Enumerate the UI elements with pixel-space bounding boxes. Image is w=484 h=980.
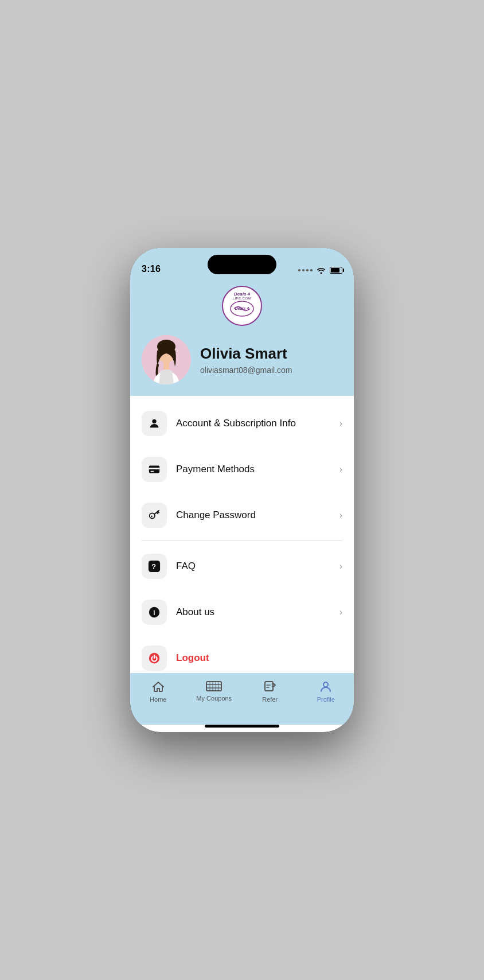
- password-chevron: ›: [339, 510, 342, 520]
- key-icon: [148, 509, 161, 522]
- logout-icon-wrap: [142, 645, 167, 671]
- bottom-nav: Home My Coupons: [130, 673, 354, 725]
- svg-rect-26: [218, 682, 219, 691]
- card-icon: [148, 463, 161, 476]
- svg-rect-25: [215, 682, 216, 691]
- profile-info: Olivia Smart oliviasmart08@gmail.com: [200, 345, 342, 374]
- account-label: Account & Subscription Info: [176, 418, 330, 429]
- svg-rect-20: [206, 682, 221, 691]
- password-label: Change Password: [176, 510, 330, 521]
- faq-chevron: ›: [339, 561, 342, 571]
- info-icon: i: [148, 606, 161, 619]
- svg-text:Deals 4: Deals 4: [235, 306, 249, 310]
- main-content: Account & Subscription Info › Payment Me…: [130, 396, 354, 673]
- phone-frame: 3:16: [130, 248, 354, 732]
- svg-point-6: [152, 419, 156, 423]
- app-logo: Deals 4 LIFE.COM Deals 4: [222, 286, 262, 326]
- signal-dots: [298, 269, 313, 271]
- logout-label: Logout: [176, 652, 342, 664]
- nav-home-label: Home: [150, 696, 166, 703]
- nav-item-home[interactable]: Home: [130, 680, 186, 703]
- refer-icon: [263, 680, 277, 694]
- person-icon: [148, 417, 161, 430]
- faq-label: FAQ: [176, 561, 330, 572]
- nav-item-refer[interactable]: Refer: [242, 680, 298, 703]
- account-chevron: ›: [339, 418, 342, 429]
- svg-rect-8: [149, 468, 159, 469]
- payment-label: Payment Methods: [176, 464, 330, 475]
- wifi-icon: [316, 266, 326, 274]
- menu-item-password[interactable]: Change Password ›: [142, 492, 342, 538]
- coupon-icon: [206, 680, 222, 693]
- menu-item-logout[interactable]: Logout: [142, 635, 342, 673]
- avatar-svg: [142, 335, 191, 384]
- faq-icon-wrap: ?: [142, 554, 167, 579]
- home-indicator: [205, 725, 279, 728]
- menu-divider: [142, 540, 342, 541]
- menu-item-about[interactable]: i About us ›: [142, 589, 342, 635]
- menu-section-2: ? FAQ › i About us ›: [130, 543, 354, 673]
- status-icons: [298, 266, 342, 274]
- password-icon-wrap: [142, 503, 167, 528]
- profile-email: oliviasmart08@gmail.com: [200, 365, 342, 375]
- svg-line-12: [158, 512, 159, 513]
- menu-item-faq[interactable]: ? FAQ ›: [142, 543, 342, 589]
- about-icon-wrap: i: [142, 600, 167, 625]
- svg-point-14: [151, 515, 153, 517]
- about-chevron: ›: [339, 607, 342, 617]
- profile-row: Olivia Smart oliviasmart08@gmail.com: [142, 335, 342, 384]
- profile-name: Olivia Smart: [200, 345, 342, 363]
- home-icon: [151, 680, 165, 694]
- svg-point-30: [323, 682, 328, 687]
- svg-text:?: ?: [151, 562, 156, 571]
- header-section: Deals 4 LIFE.COM Deals 4: [130, 279, 354, 396]
- about-label: About us: [176, 606, 330, 618]
- svg-line-13: [157, 512, 158, 514]
- avatar: [142, 335, 191, 384]
- nav-coupons-label: My Coupons: [196, 695, 232, 702]
- svg-text:i: i: [153, 609, 155, 617]
- logo-svg: Deals 4: [229, 300, 255, 317]
- payment-chevron: ›: [339, 464, 342, 475]
- logo-line1: Deals 4: [234, 291, 250, 297]
- power-icon: [148, 652, 161, 664]
- logo-container: Deals 4 LIFE.COM Deals 4: [142, 286, 342, 326]
- dynamic-island: [208, 255, 276, 274]
- svg-rect-23: [209, 682, 210, 691]
- menu-item-payment[interactable]: Payment Methods ›: [142, 446, 342, 492]
- status-time: 3:16: [142, 264, 161, 274]
- account-icon-wrap: [142, 411, 167, 436]
- svg-rect-5: [163, 361, 169, 371]
- nav-item-coupons[interactable]: My Coupons: [186, 680, 243, 702]
- payment-icon-wrap: [142, 457, 167, 482]
- question-icon: ?: [148, 560, 161, 573]
- menu-item-account[interactable]: Account & Subscription Info ›: [142, 400, 342, 446]
- svg-rect-27: [265, 682, 273, 691]
- profile-nav-icon: [319, 680, 333, 694]
- nav-profile-label: Profile: [317, 696, 335, 703]
- svg-rect-24: [212, 682, 213, 691]
- nav-refer-label: Refer: [262, 696, 278, 703]
- phone-screen: 3:16: [130, 248, 354, 732]
- nav-item-profile[interactable]: Profile: [298, 680, 354, 703]
- svg-rect-9: [151, 471, 154, 472]
- menu-section-1: Account & Subscription Info › Payment Me…: [130, 400, 354, 538]
- battery-icon: [330, 267, 342, 274]
